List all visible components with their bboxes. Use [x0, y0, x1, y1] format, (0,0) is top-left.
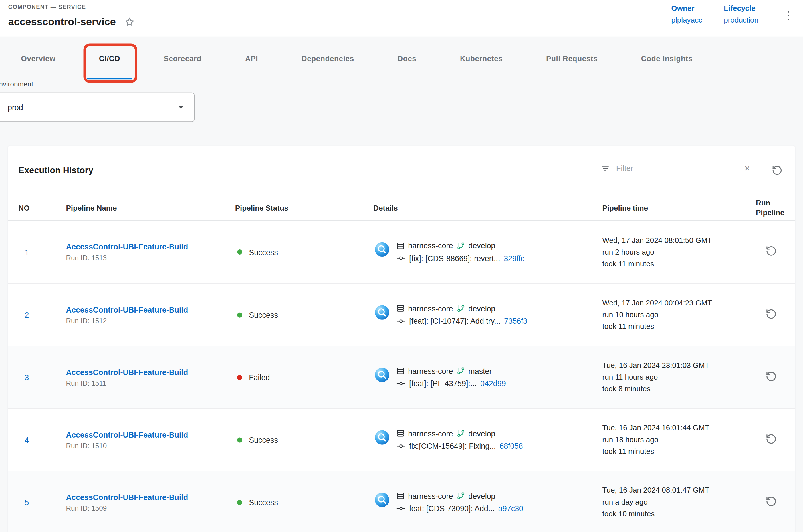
tab-label: Code Insights — [641, 54, 692, 62]
row-number: 2 — [19, 310, 66, 319]
pipeline-name-link[interactable]: AccessControl-UBI-Feature-Build — [66, 242, 235, 251]
run-id: Run ID: 1511 — [66, 379, 235, 387]
environment-label: Environment — [0, 80, 803, 88]
favorite-star-icon[interactable] — [124, 16, 135, 27]
pipeline-name-link[interactable]: AccessControl-UBI-Feature-Build — [66, 493, 235, 501]
pipeline-name-link[interactable]: AccessControl-UBI-Feature-Build — [66, 367, 235, 377]
commit-hash-link[interactable]: 329ffc — [504, 254, 524, 263]
pipeline-execution-icon — [375, 430, 390, 445]
status-label: Success — [249, 435, 278, 444]
status-dot — [237, 249, 242, 254]
chevron-down-icon — [178, 106, 184, 109]
pipeline-execution-icon — [375, 242, 390, 257]
table-row: 4 AccessControl-UBI-Feature-Build Run ID… — [8, 408, 795, 471]
commit-hash-link[interactable]: 7356f3 — [504, 317, 527, 325]
tab-label: CI/CD — [99, 54, 120, 62]
git-branch-icon — [457, 492, 465, 500]
col-pipeline-time: Pipeline time — [602, 204, 756, 212]
time-relative: run 2 hours ago — [602, 246, 756, 258]
environment-dropdown[interactable]: prod — [0, 93, 195, 122]
pipeline-name-link[interactable]: AccessControl-UBI-Feature-Build — [66, 430, 235, 439]
clear-filter-icon[interactable]: ✕ — [744, 165, 750, 172]
pipeline-time-cell: Wed, 17 Jan 2024 00:04:23 GMT run 10 hou… — [602, 297, 756, 332]
run-pipeline-icon[interactable] — [766, 495, 777, 507]
run-pipeline-icon[interactable] — [766, 433, 777, 444]
status-label: Success — [249, 498, 278, 507]
col-details: Details — [373, 204, 602, 212]
tab-label: Scorecard — [164, 54, 202, 62]
pipeline-name-link[interactable]: AccessControl-UBI-Feature-Build — [66, 305, 235, 314]
repo-name: harness-core — [408, 304, 453, 313]
run-pipeline-icon[interactable] — [766, 308, 777, 319]
repository-icon — [396, 242, 405, 250]
col-pipeline-name: Pipeline Name — [66, 204, 235, 212]
run-id: Run ID: 1510 — [66, 442, 235, 450]
time-relative: run 18 hours ago — [602, 434, 756, 445]
time-timestamp: Tue, 16 Jan 2024 08:01:47 GMT — [602, 484, 756, 496]
tab-code-insights[interactable]: Code Insights — [641, 36, 692, 80]
refresh-icon[interactable] — [772, 165, 783, 176]
page-title: accesscontrol-service — [8, 16, 116, 28]
pipeline-time-cell: Tue, 16 Jan 2024 16:01:44 GMT run 18 hou… — [602, 422, 756, 457]
time-timestamp: Tue, 16 Jan 2024 16:01:44 GMT — [602, 422, 756, 434]
owner-block: Owner plplayacc — [671, 4, 702, 24]
lifecycle-value: production — [724, 16, 759, 24]
git-commit-icon — [396, 441, 405, 450]
status-label: Success — [249, 310, 278, 319]
commit-hash-link[interactable]: a97c30 — [498, 504, 523, 513]
page: COMPONENT — SERVICE accesscontrol-servic… — [0, 0, 803, 532]
kebab-menu-icon[interactable]: ⋮ — [780, 10, 797, 21]
tab-dependencies[interactable]: Dependencies — [302, 36, 354, 80]
tab-overview[interactable]: Overview — [21, 36, 56, 80]
time-timestamp: Wed, 17 Jan 2024 00:04:23 GMT — [602, 297, 756, 309]
branch-name: develop — [468, 429, 495, 438]
tab-kubernetes[interactable]: Kubernetes — [460, 36, 502, 80]
time-duration: took 10 minutes — [602, 508, 756, 520]
tab-api[interactable]: API — [245, 36, 258, 80]
tab-label: Pull Requests — [546, 54, 597, 62]
environment-section: Environment prod — [0, 80, 803, 122]
details-cell: harness-core master [ — [373, 366, 602, 388]
git-commit-icon — [396, 504, 405, 513]
annotation-highlight-box — [83, 44, 137, 83]
time-relative: run 11 hours ago — [602, 371, 756, 383]
branch-name: master — [468, 366, 492, 375]
pipeline-execution-icon — [375, 367, 390, 382]
tab-pull-requests[interactable]: Pull Requests — [546, 36, 597, 80]
owner-link[interactable]: plplayacc — [671, 16, 702, 24]
commit-hash-link[interactable]: 68f058 — [499, 441, 523, 450]
col-no: NO — [19, 204, 66, 212]
repository-icon — [396, 492, 405, 500]
branch-name: develop — [468, 492, 495, 500]
branch-name: develop — [468, 241, 495, 250]
execution-history-card: Execution History ✕ — [8, 146, 795, 532]
owner-label: Owner — [671, 4, 702, 12]
col-pipeline-status: Pipeline Status — [235, 204, 374, 212]
tab-bar: Overview CI/CD Scorecard API Dependencie… — [0, 36, 803, 80]
pipeline-status: Success — [235, 310, 374, 319]
tab-label: Kubernetes — [460, 54, 502, 62]
breadcrumb: COMPONENT — SERVICE — [8, 4, 86, 10]
pipeline-status: Success — [235, 248, 374, 256]
git-branch-icon — [457, 429, 465, 438]
git-branch-icon — [457, 304, 465, 312]
repo-name: harness-core — [408, 366, 453, 375]
table-row: 3 AccessControl-UBI-Feature-Build Run ID… — [8, 346, 795, 408]
branch-name: develop — [468, 304, 495, 313]
tab-ci-cd[interactable]: CI/CD — [99, 36, 120, 80]
time-duration: took 11 minutes — [602, 321, 756, 332]
commit-hash-link[interactable]: 042d99 — [480, 379, 506, 388]
run-pipeline-icon[interactable] — [766, 370, 777, 382]
run-pipeline-icon[interactable] — [766, 245, 777, 256]
app-header: COMPONENT — SERVICE accesscontrol-servic… — [0, 0, 803, 36]
row-number: 1 — [19, 248, 66, 256]
commit-message: fix:[CCM-15649]: Fixing... — [409, 441, 496, 450]
status-dot — [237, 375, 242, 380]
tab-docs[interactable]: Docs — [398, 36, 416, 80]
filter-input[interactable] — [615, 163, 739, 173]
table-row: 1 AccessControl-UBI-Feature-Build Run ID… — [8, 221, 795, 283]
git-branch-icon — [457, 242, 465, 250]
status-dot — [237, 500, 242, 505]
pipeline-execution-icon — [375, 492, 390, 508]
tab-scorecard[interactable]: Scorecard — [164, 36, 202, 80]
